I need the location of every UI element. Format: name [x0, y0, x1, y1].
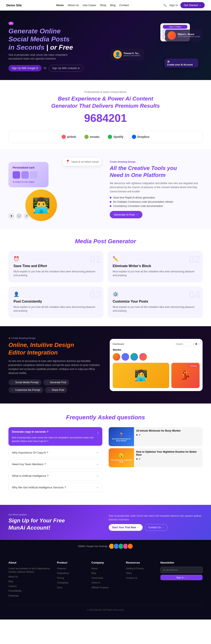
- newsletter-button[interactable]: Sign In →: [160, 575, 203, 580]
- editor-right: Dashboard Stories 👩‍: [110, 339, 203, 391]
- editor-tags: ✓ Social Media Prompt ✓ Generate Post ✓ …: [8, 380, 101, 393]
- faq-arrow-4: →: [96, 486, 99, 489]
- tag-social-media: ✓ Social Media Prompt: [8, 380, 41, 385]
- tag-customize: ✓ Customize the Prompt: [8, 387, 43, 393]
- location-text: nature & me before sunset: [71, 160, 99, 163]
- faq-img-actions-1: ♥ ↗: [136, 434, 201, 436]
- footer-product-link-1[interactable]: Features: [57, 567, 85, 570]
- footer-about-link-1[interactable]: About Us: [8, 575, 51, 578]
- footer-product-title: Product: [57, 561, 85, 564]
- footer-product-link-5[interactable]: Docs: [57, 586, 85, 589]
- footer-resources-link-1[interactable]: Getting & Privacy: [126, 567, 154, 570]
- like-button[interactable]: ♥: [8, 213, 14, 219]
- person-card-1: Willard L. Rivera nature & me before sun…: [165, 30, 203, 42]
- faq-like-1[interactable]: ♥: [136, 434, 138, 436]
- dash-content: 👩‍💻 Trending 💃: [113, 363, 200, 388]
- dash-side-image: Trending 💃: [171, 363, 200, 388]
- trending-badge: Trending: [188, 364, 198, 368]
- card-desc-1: Must explain to you how all this mistake…: [13, 270, 98, 277]
- footer-about: About Lorem accusantium et ad ut digniss…: [8, 561, 51, 599]
- footer-about-link-4[interactable]: Press/Media: [8, 589, 51, 593]
- footer-company-link-3[interactable]: Community: [91, 576, 119, 580]
- nav-shop[interactable]: Shop: [100, 4, 106, 7]
- person-card-2: 👤 Thomas G. Tur... nature & me before...: [111, 48, 144, 60]
- card-title-2: Eliminate Writer's Block: [113, 264, 198, 268]
- nav-contact[interactable]: Contact: [119, 4, 129, 7]
- brands-logos: airbnb envato Spotify Dropbox: [8, 131, 203, 143]
- media-section-title: Media Post Generator: [8, 238, 203, 245]
- nav-blog[interactable]: Blog: [110, 4, 116, 7]
- faq-item-3[interactable]: What Is Artificial Intelligence ? →: [8, 471, 102, 480]
- footer-product-link-3[interactable]: Pricing: [57, 576, 85, 580]
- footer-company: Company About Blog Community Career's Af…: [91, 561, 119, 599]
- signup-google-button[interactable]: Sign Up With Google G: [8, 65, 41, 71]
- footer-company-link-5[interactable]: Affiliate Program: [91, 586, 119, 589]
- faq-item-1[interactable]: Why Importance Of Copy.Ai ? →: [8, 448, 102, 457]
- footer-about-link-2[interactable]: Blog: [8, 580, 51, 583]
- card-icon-write: ✏️: [113, 256, 198, 262]
- signup-linkedin-button[interactable]: Sign Up With LinkedIn in: [48, 65, 83, 72]
- faq-img-bg-2: 😴 The Importance of Quality Sleep: [109, 448, 134, 467]
- features-section: Personalized card A unique & e be unique…: [0, 149, 211, 230]
- faq-section: Frequently Asked questions Generate copy…: [0, 404, 211, 505]
- generate-post-button[interactable]: Generate Ai Post →: [110, 211, 142, 218]
- check-icon-2: ✓: [46, 381, 49, 384]
- dash-search-area: [174, 342, 200, 346]
- footer-about-link-3[interactable]: Careers: [8, 584, 51, 588]
- faq-img-info-2: How to Optimize Your Nighttime Routine f…: [134, 448, 203, 467]
- footer-company-link-1[interactable]: About: [91, 567, 119, 570]
- faq-arrow-1: →: [96, 451, 99, 454]
- card-icon-time: ⏰: [13, 256, 98, 262]
- footer-resources-link-2[interactable]: FAQs: [126, 571, 154, 575]
- signin-button[interactable]: Sign In: [169, 4, 178, 7]
- footer-product-link-2[interactable]: Integrations: [57, 571, 85, 575]
- dash-search-input[interactable]: [174, 342, 191, 346]
- hero-section: ✦ Generate Online Social Media Posts in …: [0, 10, 211, 80]
- nav-about[interactable]: About Us: [67, 4, 79, 7]
- faq-item-4[interactable]: Why We Get Artificial Intelligence Servi…: [8, 483, 102, 492]
- faq-like-2[interactable]: ♥: [136, 458, 138, 460]
- features-label: Create Amazing Design: [110, 160, 203, 163]
- cta-buttons: Start Your Trial Now → Contact Us →: [109, 524, 203, 531]
- footer-about-link-5[interactable]: Roadmap: [8, 594, 51, 598]
- nav-right: 🔍 Sign In Get Started →: [163, 2, 205, 8]
- dash-dot-3: [198, 343, 200, 345]
- nav-home[interactable]: Home: [56, 4, 64, 7]
- search-icon[interactable]: 🔍: [163, 4, 167, 7]
- person2-name: Thomas G. Tur...: [123, 52, 141, 54]
- start-trial-button[interactable]: Start Your Trial Now →: [109, 524, 143, 531]
- brand-dropbox: Dropbox: [132, 135, 150, 139]
- footer-newsletter: Newsletter Sign In →: [160, 561, 203, 599]
- tag-share: ✓ Share Post: [45, 387, 67, 393]
- footer-product-link-4[interactable]: Changelog: [57, 581, 85, 584]
- comment-button[interactable]: 💬: [16, 213, 22, 219]
- getstarted-button[interactable]: Get Started →: [180, 2, 205, 8]
- open-ai-editor-button[interactable]: Open Ai Editor: [163, 25, 187, 29]
- dashboard-mock: Dashboard Stories 👩‍: [110, 339, 203, 391]
- nav-usecases[interactable]: Use Cases: [83, 4, 96, 7]
- logo: Demo Site: [6, 4, 22, 7]
- brands-subtitle: Professionals & teams choose MunAi: [8, 90, 203, 94]
- personalized-card: Personalized card A unique & e be unique: [8, 162, 48, 187]
- faq-img-bg-1: 🏃 10-minute Workouts for Busy Worker: [109, 427, 134, 446]
- hero-right: Open Ai Editor Customize Post Download R…: [109, 23, 203, 70]
- footer-company-link-2[interactable]: Blog: [91, 571, 119, 575]
- contact-button[interactable]: Contact Us →: [145, 524, 168, 531]
- envato-icon: [84, 135, 89, 139]
- faq-share-1[interactable]: ↗: [138, 434, 141, 436]
- card-icon-post: 👤: [13, 292, 98, 297]
- person2-sub: nature & me before...: [123, 54, 141, 56]
- footer-company-link-4[interactable]: Career's: [91, 581, 119, 584]
- brand-envato: envato: [84, 135, 99, 139]
- check-icon-3: ✓: [11, 388, 14, 392]
- hero-title: Generate Online Social Media Posts in Se…: [8, 27, 102, 51]
- airbnb-icon: [62, 135, 66, 139]
- footer-resources-link-3[interactable]: Contact Us: [126, 576, 154, 580]
- card-title-4: Customize Your Posts: [113, 300, 198, 304]
- faq-share-2[interactable]: ↗: [138, 458, 141, 460]
- hero-buttons: Sign Up With Google G Or Sign Up With Li…: [8, 65, 102, 72]
- newsletter-input[interactable]: [160, 567, 203, 573]
- media-card-4: 04 ⚙️ Customize Your Posts Must explain …: [108, 286, 203, 318]
- watermark-4: 04: [189, 289, 201, 301]
- faq-item-2[interactable]: Need Any Team Members ? →: [8, 460, 102, 469]
